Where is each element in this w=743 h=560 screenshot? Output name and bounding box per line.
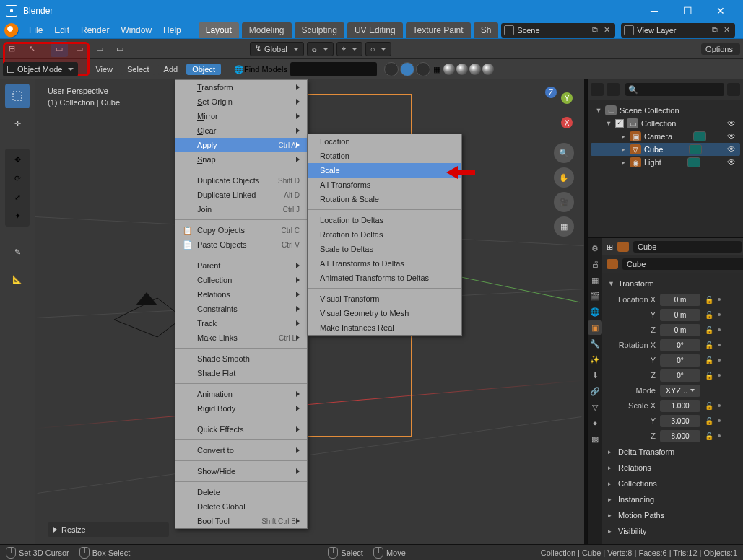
- gizmo-x-icon[interactable]: X: [561, 117, 573, 128]
- lock-icon[interactable]: 🔓: [705, 432, 713, 440]
- tool-select-box[interactable]: [5, 84, 30, 108]
- sel-mode-4[interactable]: ▭: [111, 41, 129, 57]
- scale-y-input[interactable]: 3.000: [660, 415, 700, 427]
- menu-item-shade-smooth[interactable]: Shade Smooth: [175, 351, 307, 366]
- loc-y-input[interactable]: 0 m: [660, 309, 700, 321]
- outliner-display-mode[interactable]: [607, 83, 620, 96]
- gizmo-z-icon[interactable]: Z: [545, 87, 557, 98]
- tool-cursor[interactable]: ✛: [5, 111, 30, 136]
- tool-scale[interactable]: ⤢: [6, 188, 28, 206]
- tab-modeling[interactable]: Modeling: [242, 22, 292, 38]
- nav-gizmo[interactable]: Z Y X: [531, 87, 573, 128]
- tool-transform[interactable]: ✦: [6, 206, 28, 225]
- submenu-item-scale-to-deltas[interactable]: Scale to Deltas: [308, 242, 461, 256]
- menu-item-set-origin[interactable]: Set Origin: [175, 95, 307, 109]
- section-relations[interactable]: ▸Relations: [608, 460, 743, 476]
- eye-icon[interactable]: 👁: [727, 118, 736, 128]
- section-collections[interactable]: ▸Collections: [608, 476, 743, 491]
- minimize-button[interactable]: ─: [638, 0, 671, 22]
- viewlayer-copy-icon[interactable]: ⧉: [709, 25, 721, 36]
- lock-icon[interactable]: 🔓: [705, 341, 713, 349]
- outliner-item-camera[interactable]: ▸▣Camera👁: [591, 130, 740, 143]
- menu-item-parent[interactable]: Parent: [175, 258, 307, 273]
- light-data-icon[interactable]: [687, 157, 700, 167]
- outliner-item-cube[interactable]: ▸▽Cube👁: [591, 143, 740, 156]
- menu-item-snap[interactable]: Snap: [175, 152, 307, 167]
- collection-checkbox[interactable]: [615, 119, 624, 128]
- proptab-modifiers[interactable]: 🔧: [588, 336, 602, 351]
- menu-file[interactable]: File: [23, 23, 48, 38]
- menu-item-relations[interactable]: Relations: [175, 287, 307, 302]
- maximize-button[interactable]: ☐: [671, 0, 704, 22]
- proptab-world[interactable]: 🌐: [588, 305, 602, 319]
- lock-icon[interactable]: 🔓: [705, 356, 713, 364]
- eye-icon[interactable]: 👁: [727, 144, 736, 154]
- section-delta-transform[interactable]: ▸Delta Transform: [608, 444, 743, 460]
- outliner-collection[interactable]: ▼▭Collection👁: [591, 117, 740, 130]
- gizmo-toggle[interactable]: [400, 62, 414, 76]
- submenu-item-location[interactable]: Location: [308, 134, 461, 149]
- menu-item-track[interactable]: Track: [175, 316, 307, 331]
- menu-item-make-links[interactable]: Make LinksCtrl L: [175, 331, 307, 345]
- tool-move[interactable]: ✥: [6, 150, 28, 169]
- proptab-texture[interactable]: ▩: [588, 432, 602, 446]
- menu-item-transform[interactable]: Transform: [175, 80, 307, 95]
- tab-texture-paint[interactable]: Texture Paint: [406, 22, 471, 38]
- viewlayer-remove-icon[interactable]: ✕: [721, 25, 732, 36]
- sel-mode-3[interactable]: ▭: [91, 41, 108, 57]
- proptab-viewlayer[interactable]: ▦: [588, 273, 602, 287]
- pivot-dropdown[interactable]: ⌾: [307, 42, 334, 56]
- viewlayer-selector[interactable]: ⧉ ✕: [621, 23, 735, 38]
- tool-measure[interactable]: 📐: [5, 267, 30, 292]
- outliner-search[interactable]: 🔍: [625, 83, 724, 96]
- menu-item-rigid-body[interactable]: Rigid Body: [175, 401, 307, 416]
- eye-icon[interactable]: 👁: [727, 131, 736, 141]
- submenu-item-rotation-scale[interactable]: Rotation & Scale: [308, 192, 461, 206]
- camera-view-button[interactable]: 🎥: [554, 192, 574, 212]
- menu-item-constraints[interactable]: Constraints: [175, 302, 307, 316]
- lock-icon[interactable]: 🔓: [705, 296, 713, 304]
- tab-layout[interactable]: Layout: [199, 22, 239, 38]
- proptab-output[interactable]: 🖨: [588, 257, 602, 271]
- menu-item-quick-effects[interactable]: Quick Effects: [175, 422, 307, 437]
- mesh-data-icon[interactable]: [689, 144, 702, 154]
- find-models-input[interactable]: [290, 62, 377, 76]
- lock-icon[interactable]: 🔓: [705, 417, 713, 425]
- outliner-scene-collection[interactable]: ▼▭Scene Collection: [591, 104, 740, 117]
- proptab-object[interactable]: ▣: [588, 320, 602, 335]
- proptab-constraints[interactable]: 🔗: [588, 384, 602, 398]
- visibility-dropdown[interactable]: [384, 62, 399, 76]
- viewlayer-name-input[interactable]: [637, 26, 709, 35]
- menu-item-join[interactable]: JoinCtrl J: [175, 202, 307, 216]
- object-name-field[interactable]: [633, 241, 742, 253]
- section-motion-paths[interactable]: ▸Motion Paths: [608, 507, 743, 523]
- tab-uv-editing[interactable]: UV Editing: [347, 22, 403, 38]
- submenu-item-animated-transforms-to-deltas[interactable]: Animated Transforms to Deltas: [308, 271, 461, 285]
- xray-toggle[interactable]: ▦: [433, 65, 440, 74]
- menu-item-paste-objects[interactable]: 📄Paste ObjectsCtrl V: [175, 237, 307, 252]
- rot-y-input[interactable]: 0°: [660, 354, 700, 367]
- submenu-item-visual-geometry-to-mesh[interactable]: Visual Geometry to Mesh: [308, 306, 461, 320]
- overlay-toggle[interactable]: [416, 62, 430, 76]
- menu-item-delete-global[interactable]: Delete Global: [175, 499, 307, 514]
- tab-sculpting[interactable]: Sculpting: [295, 22, 344, 38]
- mode-dropdown[interactable]: Object Mode: [3, 62, 78, 76]
- menu-object[interactable]: Object: [186, 64, 221, 75]
- section-transform[interactable]: ▼Transform: [608, 276, 743, 292]
- shading-solid[interactable]: [456, 64, 468, 75]
- menu-window[interactable]: Window: [115, 23, 157, 38]
- rot-x-input[interactable]: 0°: [660, 339, 700, 351]
- scale-x-input[interactable]: 1.000: [660, 400, 700, 412]
- menu-item-shade-flat[interactable]: Shade Flat: [175, 366, 307, 380]
- last-op-panel[interactable]: Resize: [48, 522, 169, 537]
- menu-item-duplicate-linked[interactable]: Duplicate LinkedAlt D: [175, 188, 307, 202]
- options-dropdown[interactable]: Options: [701, 43, 740, 55]
- menu-item-clear[interactable]: Clear: [175, 123, 307, 138]
- submenu-item-make-instances-real[interactable]: Make Instances Real: [308, 320, 461, 335]
- proptab-material[interactable]: ●: [588, 416, 602, 430]
- submenu-item-all-transforms-to-deltas[interactable]: All Transforms to Deltas: [308, 256, 461, 271]
- shading-matprev[interactable]: [469, 64, 481, 75]
- proptab-scene[interactable]: 🎬: [588, 289, 602, 303]
- scene-copy-icon[interactable]: ⧉: [589, 25, 601, 36]
- outliner-editor-icon[interactable]: [591, 83, 604, 96]
